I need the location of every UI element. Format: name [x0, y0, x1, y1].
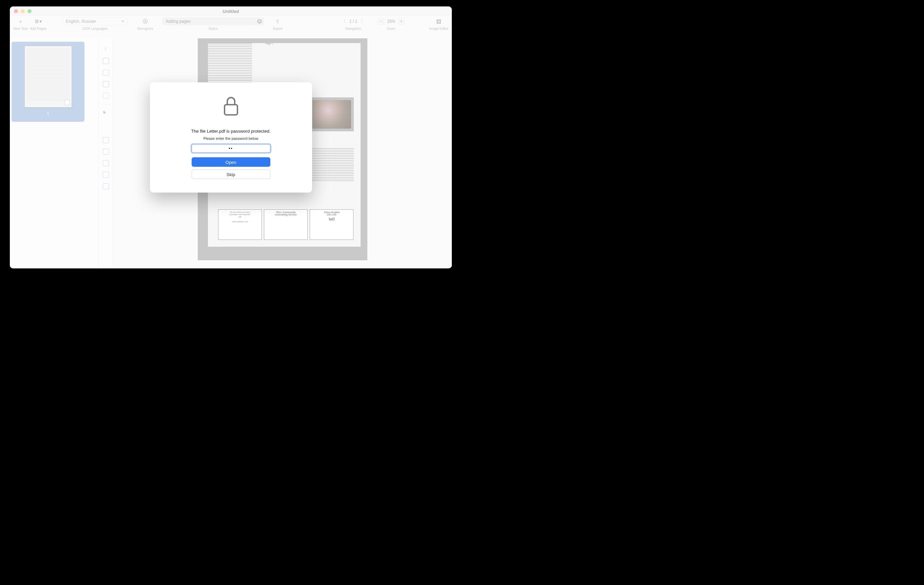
svg-rect-0: [224, 105, 238, 115]
lock-icon: [223, 96, 239, 118]
password-input[interactable]: [191, 145, 271, 153]
skip-button[interactable]: Skip: [191, 170, 271, 179]
app-window: Untitled ＋ New Task 🗎▾ Add Pages English: [10, 7, 452, 268]
modal-subtext: Please enter the password below: [203, 136, 258, 140]
open-button[interactable]: Open: [191, 157, 271, 167]
password-modal: The file Letter.pdf is password protecte…: [150, 83, 312, 193]
modal-message: The file Letter.pdf is password protecte…: [191, 129, 271, 134]
